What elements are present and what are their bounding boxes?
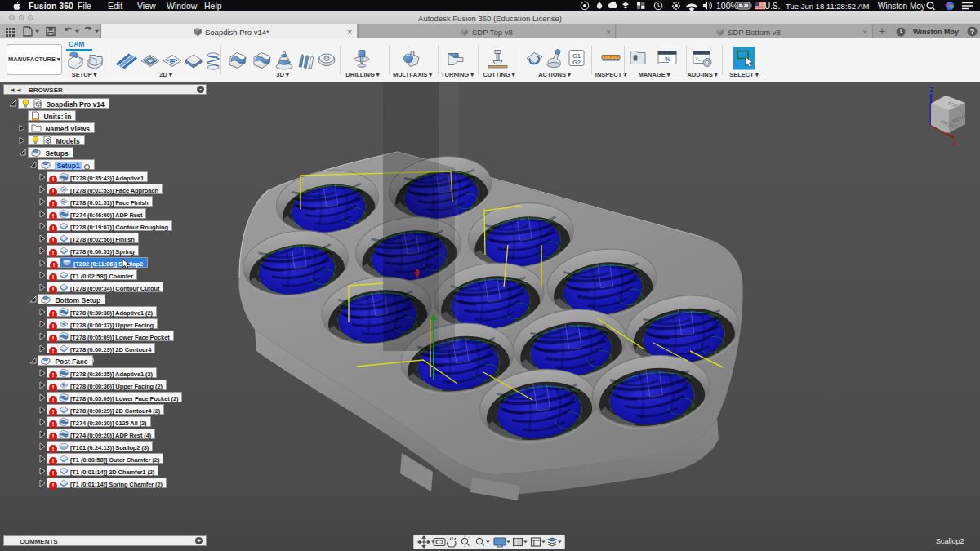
- svg-text:Winston Moy: Winston Moy: [878, 2, 925, 11]
- svg-text:Z: Z: [929, 86, 934, 94]
- svg-text:X: X: [952, 140, 957, 148]
- svg-text:MULTI-AXIS ▾: MULTI-AXIS ▾: [393, 71, 433, 78]
- svg-text:100%: 100%: [716, 1, 738, 11]
- svg-text:TURNING ▾: TURNING ▾: [441, 71, 474, 78]
- svg-text:SETUP ▾: SETUP ▾: [72, 71, 98, 78]
- svg-text:?: ?: [970, 28, 975, 36]
- svg-text:ADD-INS ▾: ADD-INS ▾: [687, 71, 718, 78]
- svg-text:MANAGE ▾: MANAGE ▾: [638, 71, 670, 78]
- svg-text:INSPECT ▾: INSPECT ▾: [595, 71, 628, 78]
- svg-text:2D ▾: 2D ▾: [159, 71, 173, 78]
- svg-text:>_: >_: [695, 56, 702, 62]
- svg-text:G2: G2: [572, 59, 581, 66]
- svg-text:SELECT ▾: SELECT ▾: [729, 71, 760, 78]
- svg-text:Tue Jun 18 11:28:52 AM: Tue Jun 18 11:28:52 AM: [786, 2, 870, 11]
- svg-text:CUTTING ▾: CUTTING ▾: [483, 71, 515, 78]
- svg-text:%: %: [665, 56, 670, 63]
- svg-text:DRILLING ▾: DRILLING ▾: [345, 71, 380, 78]
- svg-text:ACTIONS ▾: ACTIONS ▾: [538, 71, 572, 78]
- svg-text:U.S.: U.S.: [764, 2, 780, 11]
- svg-text:3D ▾: 3D ▾: [276, 71, 290, 78]
